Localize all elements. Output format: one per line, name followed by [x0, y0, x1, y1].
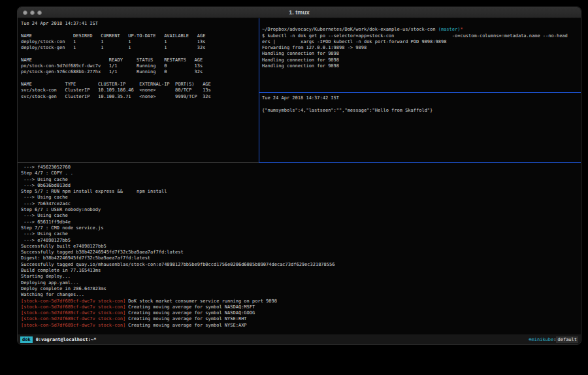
terminal-line: Tue 24 Apr 2018 14:37:41 IST — [21, 21, 259, 27]
terminal-line: deploy/stock-gen 1 1 1 1 32s — [21, 45, 259, 51]
terminal-line — [262, 21, 581, 27]
pane-curl-output[interactable]: Tue 24 Apr 2018 14:37:42 IST {"numsymbol… — [259, 93, 581, 162]
terminal-line: ---> e74898127bb5 — [21, 238, 581, 244]
terminal-line: Handling connection for 9898 — [262, 51, 581, 57]
status-bar-right: ☸ minikube : default — [529, 336, 578, 343]
terminal-line: [stock-con-5d7df689cf-dwc7v stock-con] C… — [21, 323, 581, 329]
terminal-line: ---> 7b6347ce2a4c — [21, 201, 581, 207]
terminal-line: Handling connection for 9898 — [262, 57, 581, 63]
terminal-line: Build complete in 77.165413ms — [21, 268, 581, 274]
pane-kubectl-watch[interactable]: Tue 24 Apr 2018 14:37:41 IST NAME DESIRE… — [18, 18, 259, 162]
terminal-line: svc/stock-gen ClusterIP 10.100.35.71 <no… — [21, 94, 259, 100]
terminal-line: Step 6/7 : USER nobody:nobody — [21, 207, 581, 213]
window-title: 1. tmux — [18, 9, 581, 16]
terminal-line: NAME TYPE CLUSTER-IP EXTERNAL-IP PORT(S)… — [21, 82, 259, 88]
terminal-line: Successfully tagged quay.io/mhausenblas/… — [21, 262, 581, 268]
terminal-line: svc/stock-con ClusterIP 10.109.186.46 <n… — [21, 88, 259, 93]
pane-port-forward[interactable]: ~/Dropbox/advocacy/Kubernetes/DoK/work/d… — [259, 18, 581, 92]
window-titlebar[interactable]: 1. tmux — [18, 7, 581, 18]
terminal-line: ---> Using cache — [21, 213, 581, 219]
terminal-line: [stock-con-5d7df689cf-dwc7v stock-con] C… — [21, 304, 581, 310]
terminal-line: Digest: b38b42246945fd7f32c5ba9aea7af7fd… — [21, 255, 581, 261]
terminal-line: Step 5/7 : RUN npm install express && np… — [21, 189, 581, 195]
terminal-line: ---> Using cache — [21, 195, 581, 201]
terminal-line: Successfully tagged b38b42246945fd7f32c5… — [21, 250, 581, 255]
terminal-line: deploy/stock-con 1 1 1 1 13s — [21, 39, 259, 45]
terminal-window: 1. tmux Tue 24 Apr 2018 14:37:41 IST NAM… — [17, 7, 581, 345]
terminal-line — [21, 51, 259, 57]
terminal-line: ~/Dropbox/advocacy/Kubernetes/DoK/work/d… — [262, 27, 581, 33]
terminal-line — [262, 101, 581, 107]
terminal-line: ---> 65611ff9db4e — [21, 220, 581, 225]
terminal-line: po/stock-gen-576cc688bb-277hx 1/1 Runnin… — [21, 69, 259, 75]
terminal-line: Deploying app.yaml... — [21, 280, 581, 286]
status-bar-left: dok 0:vagrant@localhost:~* — [20, 336, 96, 343]
kube-context-label: minikube — [532, 337, 554, 342]
terminal-line: [stock-con-5d7df689cf-dwc7v stock-con] C… — [21, 316, 581, 322]
terminal-line: ---> f45623052760 — [21, 165, 581, 171]
terminal-line: Successfully built e74898127bb5 — [21, 244, 581, 250]
terminal-line: Tue 24 Apr 2018 14:37:42 IST — [262, 95, 581, 101]
terminal-line: Forwarding from 127.0.0.1:9898 -> 9898 — [262, 45, 581, 51]
session-name-badge[interactable]: dok — [20, 336, 33, 343]
terminal-line: NAME READY STATUS RESTARTS AGE — [21, 57, 259, 63]
terminal-line: {"numsymbols":4,"lastseen":"","message":… — [262, 108, 581, 114]
terminal-line: Step 4/7 : COPY . . — [21, 171, 581, 176]
terminal-line: ers | xargs -IPOD kubectl -n dok port-fo… — [262, 39, 581, 45]
pane-skaffold-log[interactable]: ---> f45623052760Step 4/7 : COPY . . ---… — [18, 163, 581, 335]
terminal-line: Watching for changes... — [21, 292, 581, 298]
terminal-line: ---> Using cache — [21, 177, 581, 183]
terminal-line: $ kubectl -n dok get po --selector=app=s… — [262, 33, 581, 39]
terminal-line: [stock-con-5d7df689cf-dwc7v stock-con] D… — [21, 299, 581, 304]
terminal-line: ---> 0b636bd013dd — [21, 183, 581, 189]
window-list-item[interactable]: 0:vagrant@localhost:~* — [36, 337, 97, 342]
terminal-line — [21, 76, 259, 82]
terminal-line: Handling connection for 9898 — [262, 63, 581, 69]
terminal-line: Step 7/7 : CMD node service.js — [21, 225, 581, 231]
kube-namespace-label: default — [556, 336, 578, 343]
terminal-line: [stock-con-5d7df689cf-dwc7v stock-con] C… — [21, 310, 581, 316]
terminal-line: Deploy complete in 286.647823ms — [21, 286, 581, 292]
terminal-line: NAME DESIRED CURRENT UP-TO-DATE AVAILABL… — [21, 33, 259, 39]
terminal-line: ---> Using cache — [21, 231, 581, 237]
terminal-line: po/stock-con-5d7df689cf-dwc7v 1/1 Runnin… — [21, 63, 259, 69]
terminal-line: Starting deploy... — [21, 274, 581, 280]
terminal-line — [21, 27, 259, 33]
tmux-status-bar: dok 0:vagrant@localhost:~* ☸ minikube : … — [18, 334, 581, 344]
